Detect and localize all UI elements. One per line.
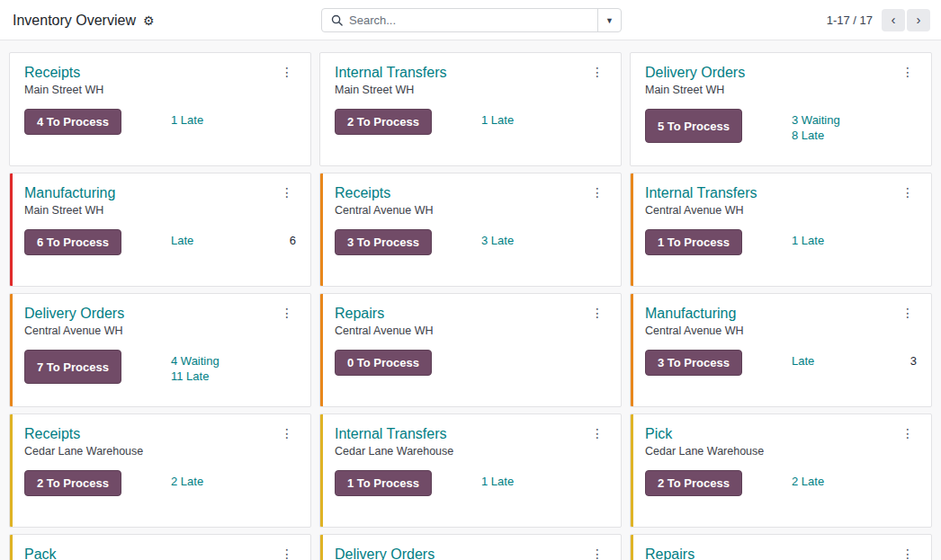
search-filter-toggle[interactable]: ▼ [597,9,621,31]
stat-label-link[interactable]: Late [171,234,193,247]
card-accent-bar [10,535,13,560]
card-accent-bar [320,294,323,406]
stat-label-link[interactable]: Late [792,354,814,368]
to-process-button[interactable]: 2 To Process [24,470,121,496]
to-process-button[interactable]: 1 To Process [335,470,432,496]
status-count-link[interactable]: 2 Late [171,475,296,489]
status-count-link[interactable]: 4 Waiting [171,354,296,369]
to-process-button[interactable]: 3 To Process [335,229,432,255]
card-warehouse-label: Cedar Lane Warehouse [24,445,296,458]
kebab-menu-icon[interactable]: ⋮ [899,546,917,560]
status-count-link[interactable]: 2 Late [792,475,917,489]
card-accent-bar [10,173,13,286]
to-process-button[interactable]: 2 To Process [645,470,742,496]
card-warehouse-label: Main Street WH [645,84,917,97]
card-title-link[interactable]: Delivery Orders [645,64,745,81]
operation-type-card: Receipts ⋮ Cedar Lane Warehouse 2 To Pro… [9,413,311,528]
to-process-button[interactable]: 1 To Process [645,229,742,255]
card-status-links: 1 Late [470,109,606,135]
card-accent-bar [10,53,13,165]
card-title-link[interactable]: Pack [24,546,57,560]
card-title-link[interactable]: Receipts [335,184,390,201]
card-status-links: 4 Waiting11 Late [160,350,296,384]
card-accent-bar [631,535,633,560]
card-warehouse-label: Central Avenue WH [645,204,917,218]
card-status-links: 3 Waiting8 Late [781,109,917,143]
to-process-button[interactable]: 2 To Process [335,109,432,135]
card-warehouse-label: Central Avenue WH [24,324,296,338]
card-title-link[interactable]: Receipts [24,64,80,81]
card-status-links: 1 Late [160,109,296,135]
breadcrumb: Inventory Overview ⚙ [13,0,155,40]
card-status-links [470,350,606,376]
operation-type-card: Delivery Orders ⋮ [319,534,622,560]
status-count-link[interactable]: 8 Late [792,129,917,143]
to-process-button[interactable]: 6 To Process [24,229,121,255]
kebab-menu-icon[interactable]: ⋮ [278,305,296,321]
card-warehouse-label: Central Avenue WH [645,324,917,338]
card-status-links: 1 Late [470,470,606,496]
to-process-button[interactable]: 7 To Process [24,350,121,384]
status-count-link[interactable]: 1 Late [792,234,917,248]
card-title-link[interactable]: Repairs [645,546,695,560]
to-process-button[interactable]: 0 To Process [335,350,432,376]
status-count-link[interactable]: 11 Late [171,369,296,384]
card-title-link[interactable]: Internal Transfers [645,184,757,201]
card-title-link[interactable]: Repairs [335,305,384,322]
kebab-menu-icon[interactable]: ⋮ [278,64,296,80]
card-accent-bar [320,414,323,527]
card-warehouse-label: Main Street WH [24,84,296,97]
card-title-link[interactable]: Manufacturing [24,184,115,201]
operation-type-card: Repairs ⋮ Central Avenue WH 0 To Process [319,293,622,407]
card-grid: Receipts ⋮ Main Street WH 4 To Process 1… [9,52,932,560]
pager-previous-button[interactable]: ‹ [882,9,905,31]
to-process-button[interactable]: 3 To Process [645,350,742,376]
operation-type-card: Repairs ⋮ [630,534,932,560]
status-count-link[interactable]: 1 Late [481,475,606,489]
card-accent-bar [631,53,633,165]
pager: 1-17 / 17 ‹ › [827,0,930,40]
status-count-link[interactable]: 1 Late [481,113,606,128]
kebab-menu-icon[interactable]: ⋮ [588,64,606,80]
status-count-link[interactable]: 1 Late [171,113,296,128]
card-warehouse-label: Cedar Lane Warehouse [335,445,606,458]
card-title-link[interactable]: Internal Transfers [335,425,447,442]
card-title-link[interactable]: Delivery Orders [335,546,435,560]
status-count-link[interactable]: 3 Waiting [792,113,917,128]
card-warehouse-label: Main Street WH [335,84,606,97]
kebab-menu-icon[interactable]: ⋮ [588,425,606,441]
top-bar: Inventory Overview ⚙ ▼ 1-17 / 17 ‹ › [0,0,941,40]
gear-icon[interactable]: ⚙ [143,14,155,27]
kebab-menu-icon[interactable]: ⋮ [278,184,296,200]
kanban-dashboard: Receipts ⋮ Main Street WH 4 To Process 1… [0,40,941,560]
card-title-link[interactable]: Delivery Orders [24,305,124,322]
kebab-menu-icon[interactable]: ⋮ [899,425,917,441]
card-title-link[interactable]: Internal Transfers [335,64,447,81]
card-accent-bar [631,173,633,286]
kebab-menu-icon[interactable]: ⋮ [899,64,917,80]
operation-type-card: Delivery Orders ⋮ Main Street WH 5 To Pr… [630,52,932,166]
card-title-link[interactable]: Manufacturing [645,305,736,322]
kebab-menu-icon[interactable]: ⋮ [899,184,917,200]
kebab-menu-icon[interactable]: ⋮ [899,305,917,321]
card-title-link[interactable]: Receipts [24,425,80,442]
kebab-menu-icon[interactable]: ⋮ [588,546,606,560]
search-bar: ▼ [321,8,622,32]
stat-row: Late3 [792,354,917,368]
kebab-menu-icon[interactable]: ⋮ [588,305,606,321]
to-process-button[interactable]: 5 To Process [645,109,742,143]
card-title-link[interactable]: Pick [645,425,672,442]
to-process-button[interactable]: 4 To Process [24,109,121,135]
card-warehouse-label: Central Avenue WH [335,324,606,338]
status-count-link[interactable]: 3 Late [481,234,606,248]
pager-next-button[interactable]: › [907,9,930,31]
kebab-menu-icon[interactable]: ⋮ [588,184,606,200]
card-warehouse-label: Cedar Lane Warehouse [645,445,917,458]
kebab-menu-icon[interactable]: ⋮ [278,546,296,560]
kebab-menu-icon[interactable]: ⋮ [278,425,296,441]
page-title: Inventory Overview [13,13,136,29]
caret-down-icon: ▼ [605,16,614,25]
operation-type-card: Internal Transfers ⋮ Central Avenue WH 1… [630,173,932,287]
operation-type-card: Manufacturing ⋮ Main Street WH 6 To Proc… [9,173,311,287]
search-input[interactable] [349,13,597,27]
